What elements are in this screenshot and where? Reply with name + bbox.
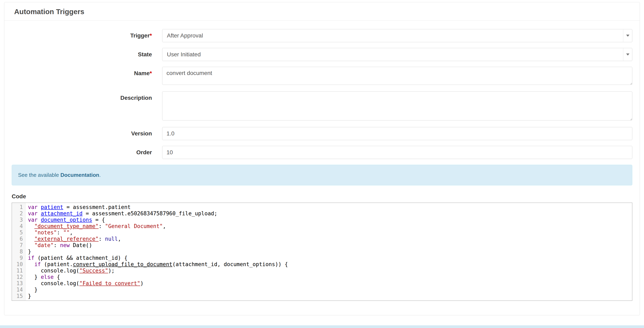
caret-shape <box>626 53 630 55</box>
code-line: } else { <box>28 274 632 280</box>
version-label: Version <box>12 127 162 140</box>
documentation-alert: See the available Documentation. <box>12 165 632 185</box>
documentation-link[interactable]: Documentation <box>60 172 99 178</box>
state-select[interactable]: User Initiated <box>162 48 632 61</box>
code-line: if (patient.convert_upload_file_to_docum… <box>28 261 632 268</box>
state-label: State <box>12 48 162 61</box>
line-number: 6 <box>12 236 25 242</box>
page-title: Automation Triggers <box>14 7 84 15</box>
order-label: Order <box>12 146 162 159</box>
form-row-name: Name* convert document <box>12 67 632 86</box>
line-number: 5 <box>12 230 25 236</box>
form-row-state: State User Initiated <box>12 48 632 61</box>
form-row-order: Order <box>12 146 632 159</box>
form-row-description: Description <box>12 91 632 121</box>
caret-shape <box>626 35 630 37</box>
code-line: if (patient && attachment_id) { <box>28 255 632 261</box>
description-textarea[interactable] <box>162 91 632 120</box>
code-line: } <box>28 293 632 299</box>
alert-text-prefix: See the available <box>18 172 60 178</box>
line-number: 11 <box>12 268 25 274</box>
code-line: "notes": "", <box>28 230 632 236</box>
line-number: 9 <box>12 255 25 261</box>
name-label: Name* <box>12 67 162 86</box>
chevron-down-icon[interactable] <box>623 29 632 42</box>
order-input[interactable] <box>162 146 632 159</box>
code-section: Code 123456789101112131415 var patient =… <box>12 193 632 301</box>
trigger-form: Trigger* After Approval State User Initi… <box>4 20 640 159</box>
line-number: 1 <box>12 204 25 210</box>
line-number: 7 <box>12 242 25 249</box>
version-input[interactable] <box>162 127 632 140</box>
required-asterisk: * <box>150 70 152 76</box>
code-line: "document_type_name": "General Document"… <box>28 223 632 230</box>
trigger-select-value: After Approval <box>162 29 623 42</box>
code-editor[interactable]: 123456789101112131415 var patient = asse… <box>12 203 632 301</box>
trigger-select[interactable]: After Approval <box>162 29 632 42</box>
code-line: "external_reference": null, <box>28 236 632 242</box>
line-number: 3 <box>12 217 25 223</box>
line-number: 12 <box>12 274 25 280</box>
form-row-trigger: Trigger* After Approval <box>12 29 632 42</box>
trigger-label: Trigger* <box>12 29 162 42</box>
code-section-label: Code <box>12 193 632 200</box>
form-row-version: Version <box>12 127 632 140</box>
chevron-down-icon[interactable] <box>623 48 632 61</box>
line-number: 14 <box>12 287 25 293</box>
line-number: 2 <box>12 210 25 217</box>
next-section-edge <box>0 325 644 328</box>
name-textarea[interactable]: convert document <box>162 67 632 85</box>
description-label: Description <box>12 91 162 121</box>
line-number: 8 <box>12 249 25 255</box>
line-number: 15 <box>12 293 25 299</box>
code-line: } <box>28 249 632 255</box>
code-editor-gutter: 123456789101112131415 <box>12 203 26 301</box>
state-select-value: User Initiated <box>162 48 623 61</box>
automation-triggers-panel: Automation Triggers Trigger* After Appro… <box>4 2 640 315</box>
panel-header: Automation Triggers <box>4 2 640 20</box>
code-line: var patient = assessment.patient <box>28 204 632 210</box>
required-asterisk: * <box>150 32 152 39</box>
code-line: } <box>28 287 632 293</box>
line-number: 10 <box>12 261 25 268</box>
code-editor-lines: var patient = assessment.patientvar atta… <box>26 203 632 301</box>
code-line: var document_options = { <box>28 217 632 223</box>
code-line: console.log("Success"); <box>28 268 632 274</box>
alert-text-suffix: . <box>99 172 101 178</box>
code-line: var attachment_id = assessment.e50268347… <box>28 210 632 217</box>
line-number: 4 <box>12 223 25 230</box>
line-number: 13 <box>12 280 25 287</box>
code-line: "date": new Date() <box>28 242 632 249</box>
code-line: console.log("Failed to convert") <box>28 280 632 287</box>
